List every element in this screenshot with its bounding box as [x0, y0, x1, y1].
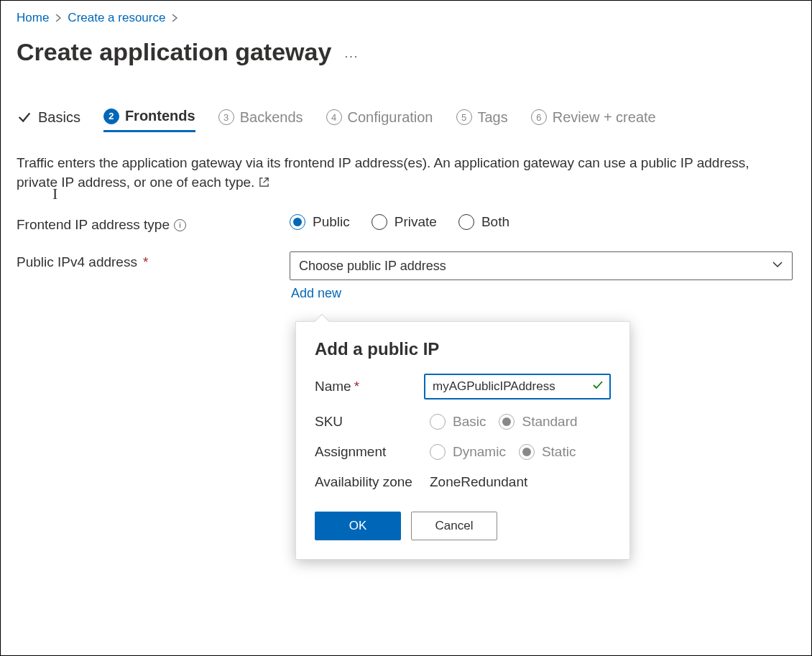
radio-both[interactable]: Both: [458, 214, 509, 230]
chevron-right-icon: [55, 11, 62, 25]
radio-label: Public: [313, 214, 350, 230]
radio-public[interactable]: Public: [290, 214, 350, 230]
tab-review-create[interactable]: 6 Review + create: [531, 109, 656, 131]
external-link-icon[interactable]: [259, 174, 269, 193]
radio-label: Both: [481, 214, 509, 230]
radio-private[interactable]: Private: [372, 214, 437, 230]
radio-label: Standard: [522, 414, 577, 430]
breadcrumb-create-resource[interactable]: Create a resource: [68, 11, 165, 25]
public-ipv4-label: Public IPv4 address*: [17, 251, 290, 270]
step-number-badge: 5: [456, 109, 472, 125]
tab-tags[interactable]: 5 Tags: [456, 109, 508, 131]
popup-sku-label: SKU: [315, 414, 430, 430]
select-placeholder: Choose public IP address: [299, 259, 446, 274]
popup-title: Add a public IP: [315, 339, 611, 359]
chevron-right-icon: [171, 11, 178, 25]
tab-label: Backends: [240, 109, 303, 126]
popup-az-label: Availability zone: [315, 474, 430, 490]
radio-label: Static: [542, 444, 576, 460]
radio-sku-basic: Basic: [430, 414, 486, 430]
tab-frontends[interactable]: 2 Frontends: [103, 108, 195, 132]
step-number-badge: 4: [326, 109, 342, 125]
valid-check-icon: [592, 379, 604, 394]
popup-cancel-button[interactable]: Cancel: [411, 512, 497, 540]
more-actions-icon[interactable]: ···: [345, 50, 359, 63]
wizard-tabs: Basics 2 Frontends 3 Backends 4 Configur…: [17, 108, 795, 132]
frontends-description: Traffic enters the application gateway v…: [17, 154, 778, 193]
popup-az-value: ZoneRedundant: [430, 474, 611, 490]
tab-label: Frontends: [125, 108, 195, 124]
popup-name-input[interactable]: [431, 379, 592, 394]
frontend-ip-type-radios: Public Private Both: [290, 214, 509, 230]
tab-label: Review + create: [553, 109, 656, 126]
add-new-link[interactable]: Add new: [291, 286, 793, 301]
info-icon[interactable]: i: [174, 219, 186, 231]
radio-label: Basic: [453, 414, 486, 430]
radio-assignment-dynamic: Dynamic: [430, 444, 506, 460]
tab-backends[interactable]: 3 Backends: [218, 109, 303, 131]
popup-assignment-label: Assignment: [315, 444, 430, 460]
tab-label: Tags: [478, 109, 508, 126]
chevron-down-icon: [772, 259, 783, 274]
frontend-ip-type-label: Frontend IP address type i: [17, 214, 290, 233]
breadcrumb: Home Create a resource: [17, 11, 795, 25]
radio-sku-standard: Standard: [499, 414, 577, 430]
radio-assignment-static: Static: [519, 444, 576, 460]
popup-name-input-wrap[interactable]: [424, 374, 611, 399]
text-cursor-icon: I: [52, 185, 57, 203]
public-ipv4-select[interactable]: Choose public IP address: [290, 251, 793, 280]
radio-label: Private: [395, 214, 437, 230]
check-icon: [17, 109, 32, 125]
tab-label: Basics: [38, 109, 80, 126]
radio-label: Dynamic: [453, 444, 506, 460]
page-title: Create application gateway: [17, 38, 331, 66]
tab-configuration[interactable]: 4 Configuration: [326, 109, 433, 131]
popup-name-label: Name*: [315, 379, 424, 394]
step-number-badge: 3: [218, 109, 234, 125]
breadcrumb-home[interactable]: Home: [17, 11, 49, 25]
step-number-badge: 6: [531, 109, 547, 125]
step-number-badge: 2: [103, 108, 119, 124]
popup-ok-button[interactable]: OK: [315, 512, 401, 540]
add-public-ip-popup: Add a public IP Name* SKU Basic: [295, 321, 630, 560]
tab-basics[interactable]: Basics: [17, 109, 80, 131]
tab-label: Configuration: [348, 109, 433, 126]
